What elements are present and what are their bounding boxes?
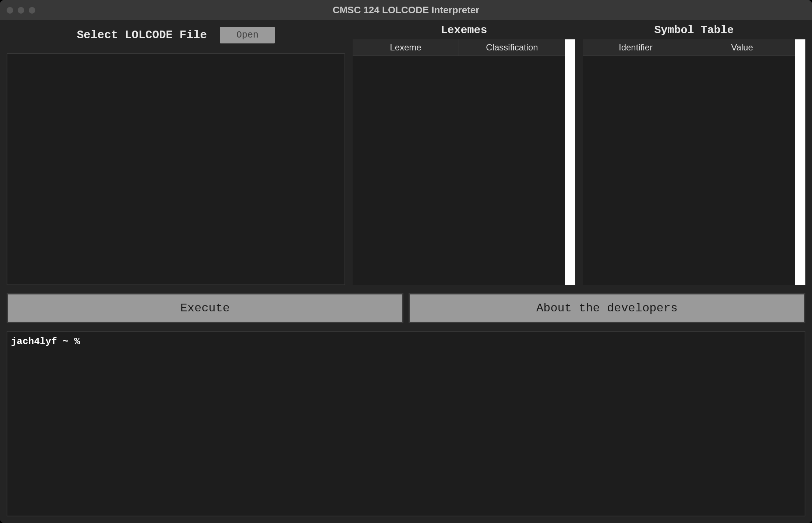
lexemes-scrollbar[interactable] bbox=[565, 39, 575, 285]
file-selector: Select LOLCODE File Open bbox=[7, 24, 345, 46]
lexemes-title: Lexemes bbox=[353, 24, 575, 39]
symbol-table-header: Identifier Value bbox=[583, 39, 795, 56]
console-output[interactable]: jach4lyf ~ % bbox=[7, 331, 805, 516]
symbol-table-panel: Symbol Table Identifier Value bbox=[583, 24, 805, 285]
action-buttons: Execute About the developers bbox=[7, 293, 805, 323]
value-column-header[interactable]: Value bbox=[689, 39, 795, 56]
lexemes-table: Lexeme Classification bbox=[353, 39, 565, 285]
lexeme-column-header[interactable]: Lexeme bbox=[353, 39, 459, 56]
about-developers-button[interactable]: About the developers bbox=[409, 293, 805, 323]
classification-column-header[interactable]: Classification bbox=[459, 39, 565, 56]
app-window: CMSC 124 LOLCODE Interpreter Select LOLC… bbox=[0, 0, 812, 523]
left-panel: Select LOLCODE File Open bbox=[7, 24, 345, 285]
symbol-table-scrollbar[interactable] bbox=[795, 39, 805, 285]
console-prompt: jach4lyf ~ % bbox=[11, 336, 80, 347]
right-panels: Lexemes Lexeme Classification bbox=[353, 24, 805, 285]
lexemes-table-container: Lexeme Classification bbox=[353, 39, 575, 285]
code-editor[interactable] bbox=[7, 53, 345, 285]
lexemes-table-header: Lexeme Classification bbox=[353, 39, 565, 56]
top-section: Select LOLCODE File Open Lexemes Lexeme … bbox=[7, 24, 805, 285]
content-area: Select LOLCODE File Open Lexemes Lexeme … bbox=[0, 20, 812, 523]
titlebar: CMSC 124 LOLCODE Interpreter bbox=[0, 0, 812, 20]
open-file-button[interactable]: Open bbox=[220, 27, 275, 43]
lexemes-panel: Lexemes Lexeme Classification bbox=[353, 24, 575, 285]
symbol-table: Identifier Value bbox=[583, 39, 795, 285]
window-title: CMSC 124 LOLCODE Interpreter bbox=[333, 4, 480, 16]
minimize-window-button[interactable] bbox=[18, 7, 24, 14]
identifier-column-header[interactable]: Identifier bbox=[583, 39, 689, 56]
traffic-lights bbox=[7, 7, 35, 14]
lexemes-rows bbox=[353, 56, 565, 285]
close-window-button[interactable] bbox=[7, 7, 13, 14]
file-selector-label: Select LOLCODE File bbox=[77, 29, 207, 42]
execute-button[interactable]: Execute bbox=[7, 293, 403, 323]
symbol-table-rows bbox=[583, 56, 795, 285]
maximize-window-button[interactable] bbox=[29, 7, 35, 14]
symbol-table-title: Symbol Table bbox=[583, 24, 805, 39]
symbol-table-container: Identifier Value bbox=[583, 39, 805, 285]
